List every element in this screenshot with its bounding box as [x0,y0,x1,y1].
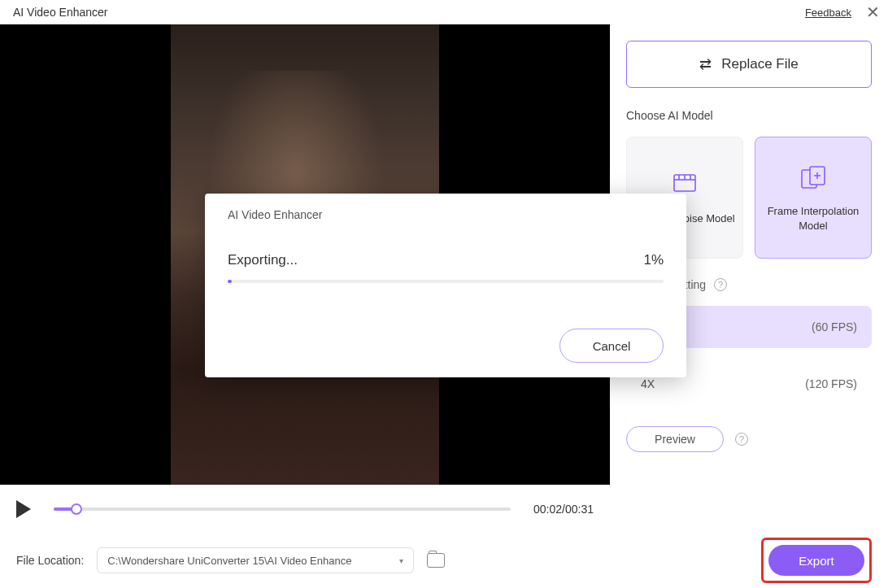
timeline-knob[interactable] [71,503,82,515]
replace-file-button[interactable]: ⇄ Replace File [626,41,872,88]
play-icon[interactable] [16,500,31,518]
export-modal: AI Video Enhancer Exporting... 1% Cancel [205,194,686,377]
close-icon[interactable]: ✕ [866,4,880,20]
feedback-link[interactable]: Feedback [805,7,851,19]
progress-bar [228,280,664,283]
modal-title: AI Video Enhancer [228,208,664,221]
export-button[interactable]: Export [768,545,864,576]
folder-icon[interactable] [427,553,445,568]
replace-file-label: Replace File [721,56,799,72]
timeline-slider[interactable] [54,507,511,511]
help-icon[interactable]: ? [735,433,748,446]
bottom-bar: File Location: C:\Wondershare UniConvert… [0,534,888,587]
swap-icon: ⇄ [699,55,712,73]
file-path: C:\Wondershare UniConverter 15\AI Video … [107,555,351,567]
cancel-button[interactable]: Cancel [559,329,664,363]
time-display: 00:02/00:31 [533,503,594,516]
frame-plus-icon [797,162,829,194]
choose-model-label: Choose AI Model [626,109,872,122]
model-card-interpolation[interactable]: Frame Interpolation Model [755,137,872,259]
player-controls: 00:02/00:31 [0,485,610,534]
export-status: Exporting... [228,252,298,268]
preview-button[interactable]: Preview [626,426,724,452]
fps-value: (120 FPS) [805,377,857,390]
model-label: Frame Interpolation Model [762,204,864,233]
fps-mult: 4X [641,377,655,390]
help-icon[interactable]: ? [714,278,727,291]
export-highlight: Export [761,538,872,583]
fps-value: (60 FPS) [812,320,857,333]
chevron-down-icon: ▾ [399,556,403,565]
title-bar: AI Video Enhancer Feedback ✕ [0,0,888,24]
app-title: AI Video Enhancer [13,6,108,19]
file-location-dropdown[interactable]: C:\Wondershare UniConverter 15\AI Video … [97,547,414,573]
export-percent: 1% [643,252,664,268]
file-location-label: File Location: [16,554,84,567]
